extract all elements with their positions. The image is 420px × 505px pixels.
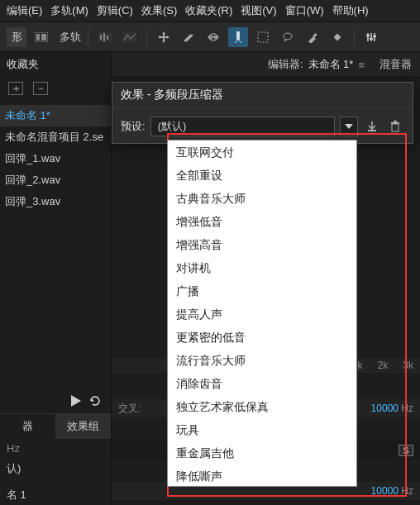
preset-option[interactable]: 重金属吉他 <box>168 441 356 465</box>
razor-tool-icon[interactable] <box>179 27 198 47</box>
preset-option[interactable]: 更紧密的低音 <box>168 326 356 349</box>
crossover-label: 交叉: <box>118 402 141 416</box>
preset-default-truncated: 认) <box>0 458 111 479</box>
preset-dropdown-list[interactable]: 互联网交付 全部重设 古典音乐大师 增强低音 增强高音 对讲机 广播 提高人声 … <box>167 140 357 487</box>
right-panel: 编辑器: 未命名 1* ≡ 混音器 1k 2k 3k 交叉: 10000 Hz … <box>112 52 420 505</box>
menu-window[interactable]: 窗口(W) <box>285 3 324 18</box>
file-item[interactable]: 回弹_1.wav <box>0 148 111 169</box>
menu-favorites[interactable]: 收藏夹(R) <box>185 3 232 18</box>
file-item[interactable]: 回弹_3.wav <box>0 191 111 212</box>
hz-unit: Hz <box>401 485 413 497</box>
svg-rect-1 <box>36 34 40 40</box>
settings-slider-icon[interactable] <box>361 27 381 47</box>
preset-option[interactable]: 流行音乐大师 <box>168 349 356 372</box>
tab-multitrack[interactable]: 多轨 <box>60 30 81 45</box>
svg-rect-24 <box>391 122 399 124</box>
preset-dropdown-button[interactable] <box>340 117 358 136</box>
loop-icon[interactable] <box>89 395 103 407</box>
preset-option[interactable]: 增强高音 <box>168 233 356 256</box>
svg-rect-15 <box>336 34 339 40</box>
file-item[interactable]: 未命名 1* <box>0 105 111 126</box>
svg-rect-25 <box>394 121 397 122</box>
svg-rect-5 <box>103 33 105 41</box>
menu-cut[interactable]: 剪辑(C) <box>97 3 133 18</box>
preset-label: 预设: <box>121 119 146 134</box>
tab-waveform[interactable]: 形 <box>7 27 26 47</box>
svg-rect-21 <box>373 36 376 37</box>
tab-mixer[interactable]: 混音器 <box>379 57 412 72</box>
track-name-truncated: 名 1 <box>0 484 111 505</box>
save-preset-icon[interactable] <box>363 117 381 136</box>
editor-label: 编辑器: <box>268 57 303 72</box>
file-item[interactable]: 未命名混音项目 2.se <box>0 126 111 148</box>
preset-option[interactable]: 互联网交付 <box>168 141 356 164</box>
preset-option[interactable]: 玩具 <box>168 418 356 441</box>
heal-tool-icon[interactable] <box>327 27 347 47</box>
doc-menu-chevron-icon[interactable]: ≡ <box>358 59 365 71</box>
svg-rect-19 <box>366 35 370 36</box>
preset-option[interactable]: 降低嘶声 <box>168 465 356 487</box>
brush-tool-icon[interactable] <box>303 27 322 47</box>
preset-option[interactable]: 消除齿音 <box>168 372 356 395</box>
menu-multitrack[interactable]: 多轨(M) <box>50 3 88 18</box>
preset-value: (默认) <box>158 119 187 134</box>
preset-option[interactable]: 对讲机 <box>168 256 356 279</box>
transport-controls <box>0 388 111 413</box>
axis-tick: 2k <box>378 360 389 371</box>
lasso-tool-icon[interactable] <box>278 27 298 47</box>
spectral-display-icon[interactable] <box>95 27 115 47</box>
time-selection-tool-icon[interactable] <box>228 27 248 47</box>
dialog-title: 效果 - 多频段压缩器 <box>112 83 413 108</box>
marquee-tool-icon[interactable] <box>253 27 273 47</box>
svg-rect-16 <box>367 33 369 41</box>
tab-favorites[interactable]: 收藏夹 <box>7 57 39 72</box>
svg-rect-22 <box>368 130 376 131</box>
hz-unit: Hz <box>401 403 413 414</box>
crossover-hz-value-2[interactable]: 10000 <box>371 485 399 497</box>
svg-rect-23 <box>392 124 399 131</box>
crossover-hz-value[interactable]: 10000 <box>371 403 399 414</box>
freq-axis-label: Hz <box>0 439 111 458</box>
preset-option[interactable]: 古典音乐大师 <box>168 187 356 210</box>
preset-option[interactable]: 全部重设 <box>168 164 356 187</box>
svg-point-11 <box>284 33 292 40</box>
menu-effects[interactable]: 效果(S) <box>141 3 177 18</box>
preset-option[interactable]: 广播 <box>168 279 356 303</box>
slip-tool-icon[interactable] <box>203 27 223 47</box>
bottom-tab-mixer[interactable]: 器 <box>0 414 55 439</box>
view-mode-icon[interactable] <box>31 27 51 47</box>
file-item[interactable]: 回弹_2.wav <box>0 169 111 191</box>
svg-rect-9 <box>236 31 240 40</box>
bottom-tab-fxgroup[interactable]: 效果组 <box>55 414 111 439</box>
preset-option[interactable]: 增强低音 <box>168 210 356 233</box>
delete-preset-icon[interactable] <box>386 117 404 136</box>
play-icon[interactable] <box>71 395 81 407</box>
svg-rect-17 <box>370 33 372 41</box>
svg-rect-20 <box>370 38 373 40</box>
axis-tick: 3k <box>403 360 413 371</box>
menu-bar: 编辑(E) 多轨(M) 剪辑(C) 效果(S) 收藏夹(R) 视图(V) 窗口(… <box>0 0 420 22</box>
add-file-icon[interactable]: ＋ <box>8 82 23 95</box>
menu-edit[interactable]: 编辑(E) <box>7 3 42 18</box>
menu-view[interactable]: 视图(V) <box>241 3 276 18</box>
toolbar: 形 多轨 <box>0 22 420 52</box>
preset-select[interactable]: (默认) <box>150 117 335 136</box>
menu-help[interactable]: 帮助(H) <box>332 3 369 18</box>
svg-rect-10 <box>258 32 268 42</box>
svg-rect-2 <box>41 34 46 40</box>
svg-rect-6 <box>107 36 108 40</box>
chevron-down-icon <box>345 124 353 129</box>
move-tool-icon[interactable] <box>154 27 174 47</box>
svg-point-12 <box>284 40 286 41</box>
left-panel: 收藏夹 ＋ － 未命名 1* 未命名混音项目 2.se 回弹_1.wav 回弹_… <box>0 52 112 505</box>
preset-option[interactable]: 独立艺术家低保真 <box>168 395 356 418</box>
svg-rect-4 <box>100 35 102 40</box>
remove-file-icon[interactable]: － <box>33 82 48 95</box>
pitch-display-icon[interactable] <box>120 27 140 47</box>
file-list: 未命名 1* 未命名混音项目 2.se 回弹_1.wav 回弹_2.wav 回弹… <box>0 105 111 212</box>
editor-doc-name[interactable]: 未命名 1* <box>308 57 354 72</box>
solo-button[interactable]: S <box>399 445 413 456</box>
preset-option[interactable]: 提高人声 <box>168 303 356 326</box>
effects-dialog: 效果 - 多频段压缩器 预设: (默认) 互联网交付 全部重设 <box>112 82 413 144</box>
